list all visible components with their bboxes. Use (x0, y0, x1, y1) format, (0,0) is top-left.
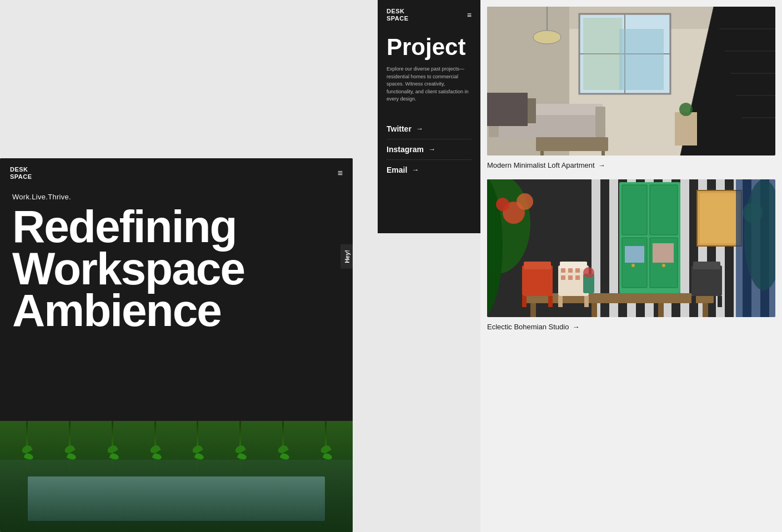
dark-menu-icon[interactable]: ≡ (467, 11, 472, 19)
svg-rect-47 (622, 185, 647, 235)
svg-rect-68 (561, 268, 565, 273)
svg-rect-60 (522, 265, 553, 296)
svg-rect-84 (736, 179, 775, 317)
svg-rect-76 (691, 296, 696, 307)
svg-rect-58 (658, 303, 664, 317)
dark-overlay-header: DESK SPACE ≡ (378, 0, 480, 30)
left-menu-icon[interactable]: ≡ (338, 168, 343, 178)
svg-rect-73 (575, 275, 580, 280)
photo2-arrow: → (572, 323, 579, 331)
svg-rect-23 (540, 151, 544, 155)
hey-button[interactable]: Hey! (340, 244, 353, 269)
left-panel: DESK SPACE ≡ Work.Live.Thrive. Redefinin… (0, 158, 353, 532)
svg-point-45 (496, 198, 509, 211)
loft-image (487, 7, 775, 155)
twitter-link[interactable]: Twitter → (387, 119, 472, 139)
svg-rect-7 (583, 18, 622, 90)
left-image-area (0, 421, 353, 532)
svg-rect-57 (591, 303, 597, 317)
dark-overlay: DESK SPACE ≡ Project Explore our diverse… (378, 0, 480, 233)
photo-label-1[interactable]: Modern Minimalist Loft Apartment → (487, 155, 775, 173)
svg-rect-24 (601, 151, 605, 155)
svg-point-52 (662, 264, 665, 267)
left-header: DESK SPACE ≡ (0, 158, 353, 188)
svg-rect-75 (693, 262, 720, 269)
svg-rect-53 (625, 246, 644, 263)
instagram-arrow: → (428, 145, 435, 153)
svg-rect-72 (568, 275, 573, 280)
tagline: Work.Live.Thrive. (12, 193, 340, 201)
svg-rect-66 (558, 296, 563, 307)
svg-point-44 (517, 193, 533, 210)
svg-rect-70 (575, 268, 580, 273)
svg-rect-48 (650, 185, 678, 235)
svg-rect-74 (691, 265, 722, 296)
twitter-arrow: → (416, 124, 423, 133)
photo-eclectic (487, 179, 775, 317)
svg-rect-67 (584, 296, 589, 307)
svg-rect-71 (561, 275, 565, 280)
svg-rect-59 (703, 303, 708, 317)
svg-point-51 (631, 264, 635, 267)
svg-rect-61 (524, 262, 551, 269)
email-arrow: → (412, 165, 419, 174)
svg-rect-21 (595, 107, 605, 137)
photo-loft (487, 7, 775, 155)
left-logo: DESK SPACE (10, 166, 32, 180)
svg-point-17 (533, 31, 561, 44)
photo-label-2[interactable]: Eclectic Bohemian Studio → (487, 317, 775, 334)
email-link[interactable]: Email → (387, 160, 472, 180)
svg-rect-55 (525, 293, 714, 303)
photos-area: Modern Minimalist Loft Apartment → (480, 0, 782, 532)
photo-container-1: Modern Minimalist Loft Apartment → (487, 7, 775, 173)
svg-rect-63 (548, 296, 553, 307)
svg-rect-77 (718, 296, 722, 307)
project-title: Project (378, 30, 480, 66)
social-links: Twitter → Instagram → Email → (378, 114, 480, 184)
svg-rect-83 (700, 193, 739, 243)
svg-rect-8 (619, 29, 664, 90)
svg-rect-54 (653, 243, 674, 263)
svg-point-28 (679, 103, 693, 116)
project-description: Explore our diverse past projects—reside… (378, 66, 480, 114)
instagram-link[interactable]: Instagram → (387, 139, 472, 160)
dark-logo: DESK SPACE (387, 8, 409, 22)
interior-bg (0, 460, 353, 532)
svg-rect-65 (560, 262, 587, 269)
photo1-arrow: → (598, 161, 605, 169)
left-hero-text: Work.Live.Thrive. Redefining Workspace A… (0, 188, 353, 331)
main-headline: Redefining Workspace Ambience (12, 205, 340, 331)
svg-rect-56 (530, 303, 536, 317)
svg-rect-62 (522, 296, 527, 307)
window-glow (28, 476, 325, 521)
svg-rect-26 (487, 93, 528, 126)
svg-rect-22 (536, 137, 608, 151)
photo-container-2: Eclectic Bohemian Studio → (487, 179, 775, 334)
svg-point-81 (583, 267, 594, 278)
eclectic-image (487, 179, 775, 317)
gray-top-area (0, 0, 378, 158)
svg-rect-27 (675, 112, 697, 145)
svg-rect-69 (568, 268, 573, 273)
